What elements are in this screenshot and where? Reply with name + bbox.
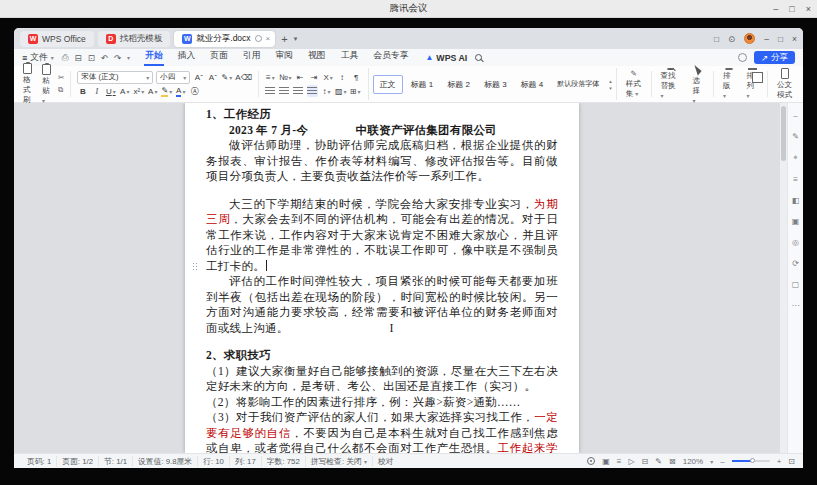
document-page[interactable]: 1、工作经历2023 年 7 月-今 中联资产评估集团有限公司做评估师助理，协助… xyxy=(185,103,579,453)
print-icon[interactable]: ⊟ xyxy=(75,53,82,63)
bookmark-icon[interactable]: ▣ xyxy=(792,217,800,226)
fullscreen-icon[interactable]: ⊡ xyxy=(788,457,795,466)
format-painter-button[interactable]: 格式刷 xyxy=(20,63,35,105)
menu-tools[interactable]: 工具 xyxy=(340,49,360,66)
tab-close-icon[interactable]: × xyxy=(266,34,271,43)
menu-insert[interactable]: 插入 xyxy=(177,49,197,66)
refresh-icon[interactable]: ⟳ xyxy=(792,259,799,268)
char-border-icon[interactable]: Ⓐ xyxy=(189,86,200,98)
select-button[interactable]: 选择 ▾ xyxy=(690,68,707,100)
wps-ai-button[interactable]: ▲ WPS AI xyxy=(425,53,467,63)
superscript-icon[interactable]: x²▾ xyxy=(133,86,144,98)
status-word-count[interactable]: 字数: 752 xyxy=(262,456,306,467)
text-direction-icon[interactable]: X▾ xyxy=(323,71,334,83)
style-normal[interactable]: 正文 xyxy=(373,75,403,94)
zoom-out-button[interactable]: – xyxy=(720,457,724,466)
style-default-font[interactable]: 默认段落字体 xyxy=(551,76,605,92)
card-view-icon[interactable]: ▢ xyxy=(792,280,800,289)
grow-font-icon[interactable]: Aˆ xyxy=(193,71,204,83)
zoom-caret-icon[interactable]: ▾ xyxy=(710,458,713,465)
paragraph-spacer[interactable] xyxy=(206,336,558,348)
comment-icon[interactable]: ◧ xyxy=(792,196,800,205)
settings-globe-icon[interactable]: ⊙ xyxy=(728,34,735,44)
find-replace-button[interactable]: 查找替换 ▾ xyxy=(658,68,684,100)
sort-icon[interactable]: ↕ xyxy=(337,71,348,83)
wps-minimize-button[interactable]: – xyxy=(764,34,769,44)
highlight-color-icon[interactable]: ✎▾ xyxy=(161,86,172,98)
char-shading-icon[interactable]: A▾ xyxy=(147,86,158,98)
select-tool-icon[interactable]: ⌖ xyxy=(793,153,798,163)
edit-pen-icon[interactable]: ✎ xyxy=(792,132,799,141)
style-heading2[interactable]: 标题 2 xyxy=(441,76,476,93)
wps-restore-button[interactable]: □ xyxy=(778,34,783,44)
meeting-maximize-button[interactable]: □ xyxy=(789,4,794,14)
menu-home[interactable]: 开始 xyxy=(144,49,164,66)
search-icon[interactable] xyxy=(475,54,482,61)
paragraph[interactable]: 做评估师助理，协助评估师完成底稿归档，根据企业提供的财务报表、审计报告、作价表等… xyxy=(206,138,558,185)
undo-icon[interactable]: ↶ xyxy=(101,53,108,63)
clear-format-icon[interactable]: A⌫ xyxy=(235,71,252,83)
window-mode-icon[interactable]: □ xyxy=(714,34,719,44)
gov-mode-button[interactable]: 公文模式 xyxy=(774,68,797,100)
paste-button[interactable]: 粘贴 ▾ xyxy=(39,64,54,105)
navigation-pane-icon[interactable]: ≡ xyxy=(793,175,798,184)
print-layout-icon[interactable]: ⊟ xyxy=(642,457,649,466)
align-center-icon[interactable] xyxy=(279,85,290,97)
paragraph[interactable]: （3）对于我们资产评估的家人们，如果大家选择实习找工作，一定要有足够的自信，不要… xyxy=(206,410,558,453)
help-ring-icon[interactable] xyxy=(738,53,747,62)
paragraph[interactable]: 1、工作经历 xyxy=(206,107,558,123)
user-avatar[interactable] xyxy=(744,33,755,44)
status-spellcheck[interactable]: 拼写检查: 关闭 ▾ xyxy=(306,456,373,467)
align-right-icon[interactable] xyxy=(293,85,304,97)
bullets-icon[interactable]: ≡▾ xyxy=(265,71,276,83)
paragraph[interactable]: 2023 年 7 月-今 中联资产评估集团有限公司 xyxy=(206,123,558,139)
zoom-level-label[interactable]: 120% xyxy=(683,457,703,466)
meeting-minimize-button[interactable]: – xyxy=(773,4,778,14)
status-proofread[interactable]: 校对 xyxy=(373,456,399,467)
paragraph-spacer[interactable] xyxy=(206,185,558,197)
typeset-button[interactable]: 排版 ▾ xyxy=(720,68,737,100)
cut-icon[interactable]: ✂ xyxy=(58,73,64,82)
redo-icon[interactable]: ↷ xyxy=(114,53,121,63)
bold-button[interactable]: B xyxy=(77,86,88,98)
menu-reference[interactable]: 引用 xyxy=(242,49,262,66)
style-heading1[interactable]: 标题 1 xyxy=(405,76,440,93)
new-tab-button[interactable]: + xyxy=(279,33,289,45)
shrink-font-icon[interactable]: Aˇ xyxy=(207,71,218,83)
quickbar-more-icon[interactable]: ▾ xyxy=(127,54,130,61)
meeting-close-button[interactable]: × xyxy=(806,4,811,14)
paragraph[interactable]: 大三的下学期结束的时候，学院会给大家安排专业实习，为期三周，大家会去到不同的评估… xyxy=(206,197,558,275)
style-heading3[interactable]: 标题 3 xyxy=(478,76,513,93)
menu-review[interactable]: 审阅 xyxy=(274,49,294,66)
read-mode-icon[interactable]: ▷ xyxy=(628,457,634,466)
numbering-icon[interactable]: №▾ xyxy=(279,71,292,83)
char-scale-icon[interactable]: A▾ xyxy=(119,86,130,98)
borders-icon[interactable]: ⊞▾ xyxy=(350,85,361,97)
menu-page[interactable]: 页面 xyxy=(209,49,229,66)
font-name-select[interactable]: 宋体 (正文)▾ xyxy=(77,71,153,84)
menu-view[interactable]: 视图 xyxy=(307,49,327,66)
wps-close-button[interactable]: × xyxy=(792,34,797,44)
tab-wps-office[interactable]: W WPS Office xyxy=(20,31,94,47)
styles-down-icon[interactable]: ▾ xyxy=(609,85,612,91)
paragraph[interactable]: 2、求职技巧 xyxy=(206,348,558,364)
tab-document[interactable]: W 就业分享.docx × xyxy=(174,31,275,47)
align-left-icon[interactable] xyxy=(265,85,276,97)
fit-page-icon[interactable]: ⊠ xyxy=(669,457,676,466)
collapse-panel-icon[interactable]: – xyxy=(793,111,797,120)
copy-icon[interactable]: ⧉ xyxy=(58,85,64,95)
line-spacing-icon[interactable]: ↕▾ xyxy=(321,85,332,97)
font-size-select[interactable]: 小四▾ xyxy=(156,71,190,84)
paragraph[interactable]: （1）建议大家衡量好自己能够接触到的资源，尽量在大三下左右决定好未来的方向，是考… xyxy=(206,364,558,395)
paragraph[interactable]: （2）将影响工作的因素进行排序，例：兴趣>薪资>通勤…… xyxy=(206,395,558,411)
more-tools-icon[interactable]: ⋯ xyxy=(792,301,800,310)
align-justify-icon[interactable] xyxy=(307,85,318,97)
font-color-icon[interactable]: A▾ xyxy=(175,86,186,98)
vertical-scrollbar[interactable] xyxy=(780,103,787,453)
menu-member[interactable]: 会员专享 xyxy=(372,49,409,66)
arrange-button[interactable]: 排列 ▾ xyxy=(743,68,760,100)
outline-view-icon[interactable]: ≡ xyxy=(617,457,622,466)
underline-button[interactable]: U▾ xyxy=(105,86,116,98)
shading-icon[interactable]: ▨▾ xyxy=(335,85,347,97)
styles-up-icon[interactable]: ▴ xyxy=(609,78,612,84)
